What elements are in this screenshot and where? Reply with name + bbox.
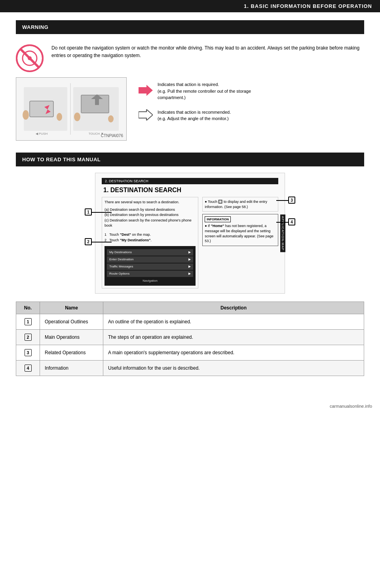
table-cell-desc: A main operation's supplementary operati… [103,345,364,361]
table-cell-name: Information [40,361,103,376]
how-to-read-section-header: HOW TO READ THIS MANUAL [16,153,364,166]
table-cell-name: Main Operations [40,330,103,345]
table-cell-no: 4 [16,361,40,376]
svg-marker-18 [139,85,153,96]
screenshot-item-3: Traffic Messages ▶ [107,263,193,270]
callout-2-line [92,242,112,242]
manual-left-col: There are several ways to search a desti… [102,197,198,288]
table-cell-no: 2 [16,330,40,345]
callout-3: 3 [288,197,295,204]
warning-text: Do not operate the navigation system or … [51,44,364,59]
table-row: 1Operational OutlinesAn outline of the o… [16,314,364,330]
info-box-body: ● If "Home" has not been registered, a m… [205,223,276,243]
manual-page-image: 2. DESTINATION SEARCH 1. DESTINATION SEA… [95,173,285,294]
warning-section: WARNING Do not operate the navigation sy… [16,20,364,141]
description-table: No. Name Description 1Operational Outlin… [16,302,364,376]
svg-rect-6 [30,101,53,117]
diagram-content: ◀ PUSH TOUCH ▼ CTNPIAI076 [16,77,364,141]
table-cell-no: 3 [16,345,40,361]
table-cell-name: Operational Outlines [40,314,103,330]
table-cell-no: 1 [16,314,40,330]
table-cell-desc: Useful information for the user is descr… [103,361,364,376]
svg-point-8 [23,110,29,120]
warning-section-header: WARNING [16,20,364,34]
svg-point-16 [108,115,114,122]
table-row: 3Related OperationsA main operation's su… [16,345,364,361]
num-badge: 4 [25,365,32,372]
diagram-arrows: Indicates that action is required. (e.g.… [139,77,268,122]
step-1: 1 Touch "Dest" on the map. [104,232,196,237]
no-symbol-icon [16,44,44,73]
manual-right-col: ● Touch 🔲 to display and edit the entry … [202,197,278,288]
outline-arrow-row: Indicates that action is recommended. (e… [139,109,268,122]
manual-left-para: There are several ways to search a desti… [104,200,196,205]
manual-steps: 1 Touch "Dest" on the map. 2 Touch "My D… [104,232,196,243]
screenshot-item-4: Route Options ▶ [107,271,193,277]
screenshot-footer: Navigation [107,279,193,283]
outline-arrow-text: Indicates that action is recommended. (e… [158,109,231,122]
page-header: 1. BASIC INFORMATION BEFORE OPERATION [0,0,380,12]
table-header-desc: Description [103,302,364,314]
num-badge: 3 [25,349,32,356]
manual-page-title: 1. DESTINATION SEARCH [102,187,278,194]
manual-wrapper: 1 2 3 4 2. DESTINATION SEARCH 1. DESTINA… [16,173,364,294]
svg-point-9 [57,113,62,121]
callout-4-line [276,222,288,223]
filled-arrow-row: Indicates that action is required. (e.g.… [139,81,268,101]
table-header-row: No. Name Description [16,302,364,314]
table-cell-name: Related Operations [40,345,103,361]
info-box-top: ● Touch 🔲 to display and edit the entry … [202,197,278,212]
svg-text:◀ PUSH: ◀ PUSH [36,132,48,136]
num-badge: 1 [25,318,32,325]
step-2: 2 Touch "My Destinations". [104,237,196,243]
list-item-b: (b) Destination search by previous desti… [104,212,196,218]
manual-screenshot: My Destinations ▶ Enter Destination ▶ Tr… [104,246,196,286]
table-row: 2Main OperationsThe steps of an operatio… [16,330,364,345]
footer-watermark: carmanualsonline.info [0,400,380,412]
list-item-c: (c) Destination search by the connected … [104,218,196,229]
callout-4: 4 [288,218,295,225]
table-header-no: No. [16,302,40,314]
outline-arrow-icon [139,109,153,122]
car-diagram-image: ◀ PUSH TOUCH ▼ CTNPIAI076 [16,77,127,141]
table-row: 4InformationUseful information for the u… [16,361,364,376]
app-map-label: APPLICATION-MAP [280,214,285,252]
callout-container: 1 2 3 4 2. DESTINATION SEARCH 1. DESTINA… [95,173,285,294]
how-to-read-section: HOW TO READ THIS MANUAL 1 2 3 4 2. DESTI… [16,153,364,376]
table-header-name: Name [40,302,103,314]
diagram-label: CTNPIAI076 [101,134,123,138]
filled-arrow-icon [139,85,153,97]
info-box-bottom: INFORMATION ● If "Home" has not been reg… [202,214,278,246]
table-cell-desc: An outline of the operation is explained… [103,314,364,330]
info-box-title: INFORMATION [205,216,231,222]
screenshot-item-1: My Destinations ▶ [107,249,193,256]
screenshot-item-2: Enter Destination ▶ [107,256,193,263]
callout-3-line [276,200,288,201]
right-top-text: ● Touch 🔲 to display and edit the entry … [205,199,276,209]
num-badge: 2 [25,334,32,341]
manual-left-list: (a) Destination search by stored destina… [104,207,196,229]
callout-1: 1 [85,208,92,216]
svg-point-15 [74,113,80,121]
filled-arrow-text: Indicates that action is required. (e.g.… [158,81,268,101]
manual-page-body: There are several ways to search a desti… [102,197,278,288]
svg-marker-19 [139,109,153,120]
table-cell-desc: The steps of an operation are explained. [103,330,364,345]
warning-content: Do not operate the navigation system or … [16,40,364,77]
list-item-a: (a) Destination search by stored destina… [104,207,196,213]
svg-point-4 [28,56,32,60]
manual-inner-header: 2. DESTINATION SEARCH [102,178,278,184]
callout-1-line [92,212,112,213]
callout-2: 2 [85,238,92,245]
